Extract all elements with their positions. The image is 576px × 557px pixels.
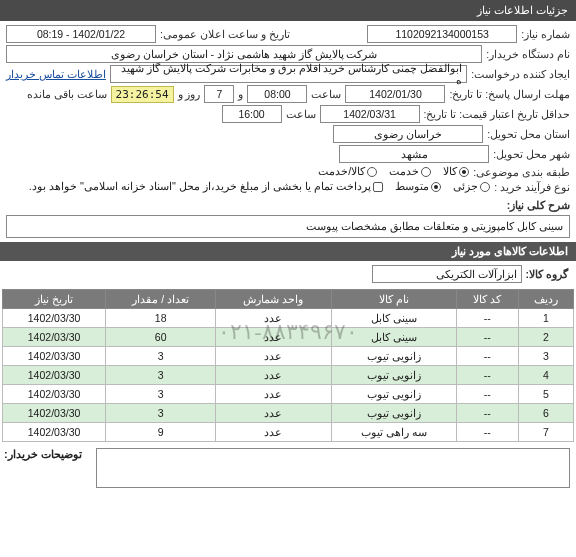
validity-label: حداقل تاریخ اعتبار قیمت: تا تاریخ: (424, 108, 570, 120)
province-label: استان محل تحویل: (487, 128, 570, 140)
radio-small-label: جزئی (453, 180, 478, 193)
notes-label: توضیحات خریدار: (0, 444, 90, 461)
th-name: نام کالا (331, 290, 456, 309)
table-cell: 1402/03/30 (3, 385, 106, 404)
time-label-2: ساعت (286, 108, 316, 120)
table-cell: عدد (216, 347, 331, 366)
table-cell: -- (456, 309, 518, 328)
radio-dot-icon (459, 167, 469, 177)
table-row: 5--زانویی تیوبعدد31402/03/30 (3, 385, 574, 404)
validity-time-field: 16:00 (222, 105, 282, 123)
row-process: نوع فرآیند خرید : جزئی متوسط پرداخت تمام… (6, 180, 570, 193)
countdown-field: 23:26:54 (111, 86, 174, 103)
checkbox-icon (373, 182, 383, 192)
table-cell: 4 (518, 366, 573, 385)
table-cell: عدد (216, 309, 331, 328)
table-cell: 3 (106, 366, 216, 385)
deadline-time-field: 08:00 (247, 85, 307, 103)
time-label-1: ساعت (311, 88, 341, 100)
table-row: 2--سینی کابلعدد601402/03/30 (3, 328, 574, 347)
table-cell: 1402/03/30 (3, 309, 106, 328)
radio-dot-icon (421, 167, 431, 177)
table-cell: سینی کابل (331, 309, 456, 328)
radio-medium[interactable]: متوسط (395, 180, 441, 193)
process-label: نوع فرآیند خرید : (494, 181, 570, 193)
table-cell: -- (456, 423, 518, 442)
table-cell: 18 (106, 309, 216, 328)
checkbox-treasury[interactable]: پرداخت تمام یا بخشی از مبلغ خرید،از محل … (29, 180, 384, 193)
notes-row: توضیحات خریدار: (0, 444, 576, 498)
row-buyer: نام دستگاه خریدار: شرکت پالایش گاز شهید … (6, 45, 570, 63)
process-note: پرداخت تمام یا بخشی از مبلغ خرید،از محل … (29, 180, 372, 193)
announce-field: 1402/01/22 - 08:19 (6, 25, 156, 43)
group-label: گروه کالا: (526, 268, 568, 280)
table-cell: سینی کابل (331, 328, 456, 347)
radio-dot-icon (480, 182, 490, 192)
row-deadline: مهلت ارسال پاسخ: تا تاریخ: 1402/01/30 سا… (6, 85, 570, 103)
details-section: شماره نیاز: 1102092134000153 تاریخ و ساع… (0, 21, 576, 199)
group-field: ابزارآلات الکتریکی (372, 265, 522, 283)
table-cell: 6 (518, 404, 573, 423)
table-cell: عدد (216, 423, 331, 442)
req-no-label: شماره نیاز: (521, 28, 570, 40)
radio-medium-label: متوسط (395, 180, 429, 193)
table-cell: عدد (216, 404, 331, 423)
table-header-row: ردیف کد کالا نام کالا واحد شمارش تعداد /… (3, 290, 574, 309)
th-date: تاریخ نیاز (3, 290, 106, 309)
table-cell: 3 (106, 385, 216, 404)
th-unit: واحد شمارش (216, 290, 331, 309)
radio-service[interactable]: خدمت (389, 165, 431, 178)
panel-title: جزئیات اطلاعات نیاز (477, 4, 568, 16)
table-cell: 7 (518, 423, 573, 442)
announce-label: تاریخ و ساعت اعلان عمومی: (160, 28, 290, 40)
days-label: روز و (178, 88, 201, 100)
th-qty: تعداد / مقدار (106, 290, 216, 309)
row-city: شهر محل تحویل: مشهد (6, 145, 570, 163)
province-field: خراسان رضوی (333, 125, 483, 143)
table-row: 3--زانویی تیوبعدد31402/03/30 (3, 347, 574, 366)
contact-link[interactable]: اطلاعات تماس خریدار (6, 68, 106, 80)
row-desc-label: شرح کلی نیاز: (0, 199, 576, 211)
th-index: ردیف (518, 290, 573, 309)
items-header-text: اطلاعات کالاهای مورد نیاز (452, 245, 568, 257)
buyer-field: شرکت پالایش گاز شهید هاشمی نژاد - استان … (6, 45, 482, 63)
table-row: 4--زانویی تیوبعدد31402/03/30 (3, 366, 574, 385)
table-cell: سه راهی تیوب (331, 423, 456, 442)
buyer-notes-box (96, 448, 570, 488)
table-cell: زانویی تیوب (331, 404, 456, 423)
validity-date-field: 1402/03/31 (320, 105, 420, 123)
table-cell: عدد (216, 328, 331, 347)
items-table: ردیف کد کالا نام کالا واحد شمارش تعداد /… (2, 289, 574, 442)
remaining-label: ساعت باقی مانده (27, 88, 107, 100)
row-province: استان محل تحویل: خراسان رضوی (6, 125, 570, 143)
req-no-field: 1102092134000153 (367, 25, 517, 43)
table-cell: 1402/03/30 (3, 404, 106, 423)
creator-field: ابوالفضل چمنی کارشناس خرید اقلام برق و م… (110, 65, 467, 83)
table-cell: 3 (106, 347, 216, 366)
radio-dot-icon (367, 167, 377, 177)
category-label: طبقه بندی موضوعی: (473, 166, 570, 178)
radio-goods[interactable]: کالا (443, 165, 469, 178)
table-cell: 1402/03/30 (3, 366, 106, 385)
row-req-announce: شماره نیاز: 1102092134000153 تاریخ و ساع… (6, 25, 570, 43)
radio-both[interactable]: کالا/خدمت (318, 165, 377, 178)
panel-header: جزئیات اطلاعات نیاز (0, 0, 576, 21)
table-cell: -- (456, 347, 518, 366)
buyer-label: نام دستگاه خریدار: (486, 48, 570, 60)
and-label: و (238, 88, 243, 100)
creator-label: ایجاد کننده درخواست: (471, 68, 570, 80)
radio-service-label: خدمت (389, 165, 419, 178)
table-cell: -- (456, 404, 518, 423)
table-row: 1--سینی کابلعدد181402/03/30 (3, 309, 574, 328)
deadline-date-field: 1402/01/30 (345, 85, 445, 103)
table-cell: -- (456, 366, 518, 385)
radio-goods-label: کالا (443, 165, 457, 178)
city-label: شهر محل تحویل: (493, 148, 570, 160)
deadline-label: مهلت ارسال پاسخ: تا تاریخ: (449, 88, 570, 100)
th-code: کد کالا (456, 290, 518, 309)
row-validity: حداقل تاریخ اعتبار قیمت: تا تاریخ: 1402/… (6, 105, 570, 123)
table-cell: 1402/03/30 (3, 328, 106, 347)
radio-small[interactable]: جزئی (453, 180, 490, 193)
items-header: اطلاعات کالاهای مورد نیاز (0, 242, 576, 261)
table-cell: عدد (216, 366, 331, 385)
